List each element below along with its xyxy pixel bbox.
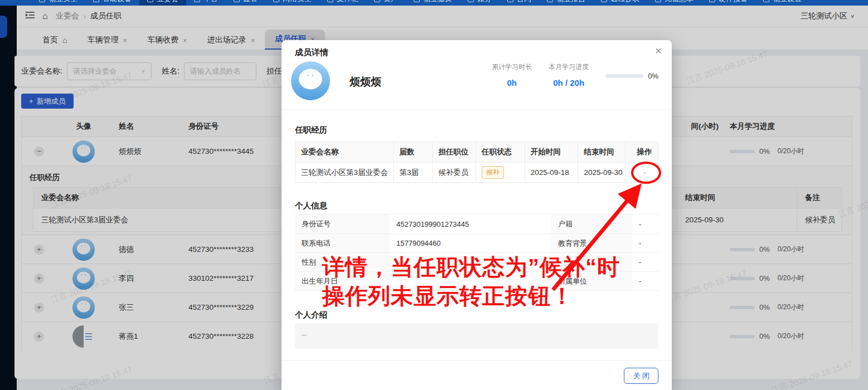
nav-item-label: 网络安全 [283, 0, 312, 4]
member-avatar [291, 61, 330, 100]
screen: 物业安全智能设备业委会平台监管网络安全文件柜资产物业缴费账务合同物业报告远程抄表… [0, 0, 868, 390]
nav-item-icon [93, 0, 99, 2]
nav-item-3[interactable]: 平台 [186, 0, 226, 6]
nav-item-icon [547, 0, 553, 2]
nav-item-7[interactable]: 资产 [366, 0, 406, 6]
nav-item-9[interactable]: 账务 [460, 0, 500, 6]
stat-monthly-progress: 本月学习进度 0h / 20h [549, 62, 589, 87]
stat-total-hours: 累计学习时长 0h [492, 62, 532, 87]
nav-item-icon [414, 0, 420, 2]
nav-item-label: 物业报告 [556, 0, 585, 4]
intro-value: -- [295, 323, 658, 349]
nav-item-5[interactable]: 网络安全 [265, 0, 319, 6]
career-header-0: 业委会名称 [295, 142, 393, 162]
personal-value: - [632, 214, 658, 233]
nav-item-6[interactable]: 文件柜 [319, 0, 366, 6]
top-nav: 物业安全智能设备业委会平台监管网络安全文件柜资产物业缴费账务合同物业报告远程抄表… [0, 0, 868, 6]
personal-value: 15779094460 [390, 234, 551, 252]
nav-item-icon [655, 0, 661, 2]
nav-item-icon [374, 0, 380, 2]
personal-label: 户籍 [551, 214, 632, 233]
personal-label: 联系电话 [295, 234, 390, 252]
nav-item-12[interactable]: 远程抄表 [593, 0, 647, 6]
career-position: 候补委员 [432, 163, 476, 182]
nav-item-icon [327, 0, 333, 2]
nav-item-1[interactable]: 智能设备 [85, 0, 139, 6]
nav-item-11[interactable]: 物业报告 [539, 0, 593, 6]
annotation-text-line2: 操作列未显示转正按钮！ [322, 281, 574, 311]
nav-item-icon [273, 0, 279, 2]
modal-close-icon[interactable]: × [655, 45, 662, 57]
career-header-1: 届数 [393, 142, 432, 162]
nav-item-icon [147, 0, 153, 2]
career-table: 业委会名称届数担任职位任职状态开始时间结束时间操作 三轮测试小区第3届业委会第3… [295, 142, 658, 183]
nav-item-icon [763, 0, 769, 2]
personal-value: 452730199901273445 [390, 214, 551, 233]
annotation-text-line1: 详情，当任职状态为”候补“时 [322, 252, 620, 282]
nav-item-label: 物业缴费 [423, 0, 452, 4]
member-detail-modal: 成员详情 × 烦烦烦 累计学习时长 0h 本月学习进度 0h / 20h 0% … [282, 40, 672, 390]
career-section-title: 任职经历 [295, 125, 327, 135]
nav-item-label: 智能设备 [103, 0, 132, 4]
nav-item-icon [194, 0, 200, 2]
nav-item-label: 物业安全 [49, 0, 77, 4]
personal-value: - [632, 253, 658, 271]
career-header-3: 任职状态 [476, 142, 525, 162]
nav-item-label: 合同 [517, 0, 531, 4]
nav-item-label: 资产 [384, 0, 398, 4]
career-header-2: 担任职位 [432, 142, 476, 162]
nav-item-2[interactable]: 业委会 [139, 0, 186, 6]
personal-value: - [632, 272, 658, 290]
annotation-circle [631, 162, 661, 184]
study-progress-bar: 0% [605, 72, 658, 80]
nav-item-14[interactable]: 硬件预警 [701, 0, 755, 6]
personal-value: - [632, 234, 658, 252]
nav-item-10[interactable]: 合同 [500, 0, 539, 6]
nav-item-label: 充值惠享 [665, 0, 694, 4]
nav-item-label: 账务 [477, 0, 492, 4]
personal-label: 身份证号 [295, 214, 390, 233]
career-header-6: 操作 [625, 142, 658, 162]
nav-item-4[interactable]: 监管 [226, 0, 265, 6]
member-name: 烦烦烦 [350, 75, 381, 89]
nav-item-label: 硬件预警 [719, 0, 748, 4]
nav-item-icon [601, 0, 607, 2]
nav-item-icon [234, 0, 240, 2]
nav-item-13[interactable]: 充值惠享 [647, 0, 701, 6]
nav-item-label: 监管 [243, 0, 258, 4]
career-header-5: 结束时间 [578, 142, 625, 162]
career-end: 2025-09-30 [578, 163, 625, 182]
personal-row: 联系电话15779094460教育背景- [295, 233, 658, 252]
study-stats: 累计学习时长 0h 本月学习进度 0h / 20h 0% [492, 62, 658, 87]
personal-section-title: 个人信息 [295, 201, 327, 211]
nav-item-icon [39, 0, 45, 2]
nav-item-0[interactable]: 物业安全 [31, 0, 85, 6]
close-button[interactable]: 关 闭 [624, 368, 658, 384]
career-term: 第3届 [393, 163, 432, 182]
nav-item-label: 平台 [203, 0, 218, 4]
nav-item-8[interactable]: 物业缴费 [406, 0, 460, 6]
status-badge: 候补 [482, 166, 504, 179]
nav-item-label: 物业设置 [773, 0, 802, 4]
career-status: 候补 [476, 163, 525, 182]
career-header-4: 开始时间 [525, 142, 578, 162]
nav-item-label: 远程抄表 [610, 0, 639, 4]
career-committee: 三轮测试小区第3届业委会 [295, 163, 393, 182]
personal-row: 身份证号452730199901273445户籍- [295, 214, 658, 233]
nav-item-15[interactable]: 物业设置 [755, 0, 809, 6]
nav-item-label: 业委会 [157, 0, 178, 4]
personal-label: 教育背景 [551, 234, 632, 252]
modal-title: 成员详情 [295, 47, 328, 58]
nav-item-icon [507, 0, 513, 2]
nav-item-label: 文件柜 [337, 0, 358, 4]
nav-item-icon [468, 0, 474, 2]
career-start: 2025-09-18 [525, 163, 578, 182]
nav-item-icon [709, 0, 715, 2]
